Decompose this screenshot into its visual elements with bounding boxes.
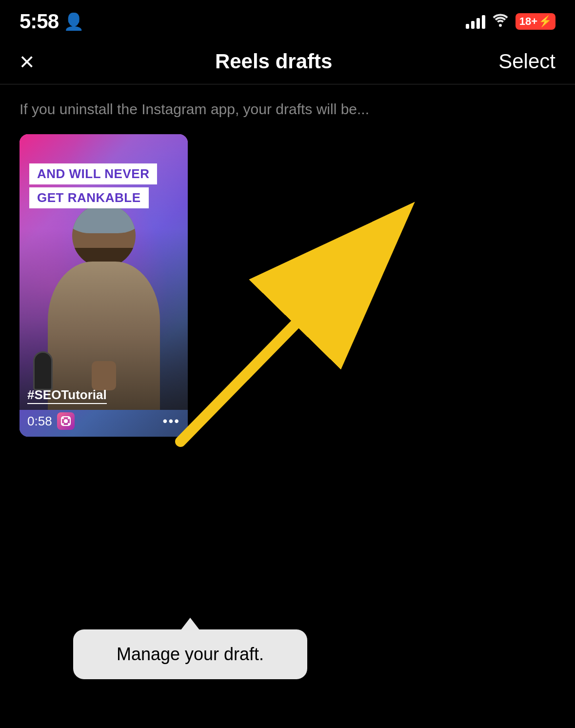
reel-icon: [57, 412, 75, 430]
person-head: [72, 204, 136, 267]
tooltip-text: Manage your draft.: [117, 644, 264, 664]
person-icon: 👤: [63, 12, 83, 31]
content-area: And Will Never Get Rankable #SEOTutorial…: [0, 129, 575, 442]
microphone: [33, 351, 53, 390]
svg-point-4: [62, 423, 64, 425]
person-hand: [92, 361, 116, 390]
wifi-icon: [492, 13, 509, 30]
tooltip-bubble: Manage your draft.: [73, 629, 307, 679]
more-options-button[interactable]: •••: [163, 413, 180, 429]
status-bar: 5:58 👤 18+ ⚡: [0, 0, 575, 39]
duration-group: 0:58: [27, 412, 75, 430]
battery-icon: ⚡: [538, 15, 552, 28]
svg-point-2: [62, 417, 64, 419]
select-button[interactable]: Select: [498, 50, 555, 73]
time-display: 5:58: [20, 10, 59, 33]
svg-point-5: [68, 423, 70, 425]
status-time-group: 5:58 👤: [20, 10, 83, 33]
svg-point-3: [68, 417, 70, 419]
video-text-overlay: And Will Never Get Rankable: [29, 163, 157, 211]
battery-indicator: 18+ ⚡: [516, 13, 555, 30]
signal-icon: [466, 14, 485, 29]
page-title: Reels drafts: [215, 50, 332, 73]
person-area: [24, 204, 183, 410]
duration-text: 0:58: [27, 414, 52, 429]
overlay-line-1: And Will Never: [29, 163, 157, 184]
svg-line-7: [180, 217, 400, 442]
card-bottom: 0:58 •••: [27, 412, 180, 430]
status-right-group: 18+ ⚡: [466, 13, 555, 30]
info-text: If you uninstall the Instagram app, your…: [0, 84, 575, 129]
overlay-line-2: Get Rankable: [29, 187, 149, 208]
hashtag-overlay: #SEOTutorial: [27, 387, 107, 403]
close-button[interactable]: ×: [20, 49, 49, 74]
battery-level: 18+: [519, 15, 537, 28]
nav-header: × Reels drafts Select: [0, 39, 575, 84]
svg-point-1: [64, 419, 68, 423]
draft-card[interactable]: And Will Never Get Rankable #SEOTutorial…: [20, 134, 188, 437]
hashtag-text: #SEOTutorial: [27, 387, 107, 404]
